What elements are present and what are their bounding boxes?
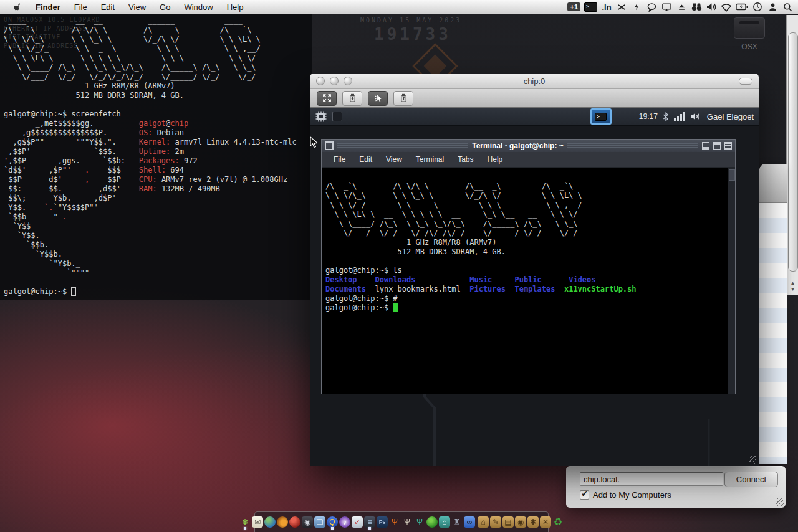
panel-username[interactable]: Gael Elegoet [707,112,754,121]
ln-menu-icon[interactable]: .ln [601,1,612,13]
scrollbar-thumb[interactable] [729,169,735,181]
pictures-folder-dock-icon[interactable]: ◉ [515,515,526,529]
chip-applications-icon[interactable] [315,110,327,123]
terminal-menu-edit[interactable]: Edit [353,153,378,166]
red-globe-dock-icon[interactable] [289,515,300,529]
close-window-button[interactable] [724,142,732,150]
software-update-dock-icon[interactable]: ✓ [352,515,363,529]
signal-strength-icon[interactable] [674,112,685,121]
remote-terminal-window[interactable]: Terminal - galgot@chip: ~ FileEditViewTe… [321,139,736,394]
home-map-dock-icon[interactable]: ⌂ [439,515,450,529]
add-to-my-computers-checkbox[interactable] [580,490,589,500]
green-orb-dock-icon[interactable] [426,515,438,529]
shade-window-button[interactable] [702,142,709,150]
volume-menu-icon[interactable] [706,1,717,13]
battery-menu-icon[interactable] [736,1,748,13]
terminal-menu-icon[interactable]: > [584,1,597,13]
system-list-dock-icon[interactable]: ≡ [364,515,375,529]
menubar-item-view[interactable]: View [122,0,153,14]
menubar-item-go[interactable]: Go [153,0,177,14]
quake2-dock-icon[interactable]: Ψ [401,515,413,529]
terminal-menu-file[interactable]: File [328,153,351,166]
desktop-volume-osx[interactable]: OSX [729,17,769,51]
toolbar-toggle-pill[interactable] [739,78,752,85]
notification-plus-one-badge[interactable]: +1 [567,1,580,13]
menubar-item-help[interactable]: Help [220,0,251,14]
maximize-window-button[interactable] [713,142,721,150]
quake3-dock-icon[interactable]: Ψ [414,515,425,529]
game-sprite-dock-icon[interactable]: ✾ [239,515,251,529]
mail-dock-icon[interactable]: ✉ [252,515,263,529]
camera-dock-icon[interactable]: ◉ [302,515,313,529]
finder-list-rows[interactable] [759,203,787,464]
remote-desktop[interactable]: > 19:17 Gael Elegoet Terminal - galgot@c… [310,108,759,466]
display-menu-icon[interactable] [661,1,672,13]
firefox-dock-icon[interactable] [277,515,288,529]
terminal-line: \/___/ \/_/ \/_/\/_/\/_/ \/_____/ \/_/ \… [325,229,735,238]
documents-folder-dock-icon[interactable]: ▤ [502,515,514,529]
window-menu-button[interactable] [325,141,334,150]
user-menu-icon[interactable] [767,1,778,13]
remote-panel: > 19:17 Gael Elegoet [310,108,759,126]
terminal-menu-terminal[interactable]: Terminal [410,153,449,166]
terminal-menu-view[interactable]: View [380,153,408,166]
menubar-item-finder[interactable]: Finder [29,0,67,14]
scrollbar-arrows[interactable]: ▲▼ [787,280,798,293]
spotlight-search-menu-icon[interactable] [782,1,793,13]
switch-arrows-menu-icon[interactable] [616,1,627,13]
bluetooth-icon[interactable] [663,112,669,121]
dialog-resize-grip[interactable] [776,498,784,506]
taskbar-terminal-button[interactable]: > [590,108,612,125]
terminal-line: \ \ \L\ \ __ \ \ \ \ \ __ \_\ \__ __ \ \… [325,210,735,219]
quake-dock-icon[interactable]: Ψ [389,515,400,529]
terminal-line: $$\; Y$b._ _,d$P' [4,194,312,203]
wifi-menu-icon[interactable] [721,1,732,13]
vnc-binoculars-dock-icon[interactable]: ∞ [464,515,475,529]
binoculars-menu-icon[interactable] [691,1,702,13]
apps-folder-dock-icon[interactable]: ✎ [490,515,501,529]
terminal-line: 512 MB DDR3 SDRAM, 4 GB. [4,91,312,100]
remote-terminal-screen[interactable]: ____ __ __ ______ ____/\ _`\ /\ \/\ \ /\… [322,168,735,394]
vnc-titlebar[interactable]: chip:0 [310,74,759,89]
remote-terminal-titlebar[interactable]: Terminal - galgot@chip: ~ [322,140,735,152]
send-click-button[interactable] [368,91,388,106]
server-address-input[interactable] [580,472,723,486]
terminal-line: ,g$$P"" """Y$$.". Kernel: armv7l Linux 4… [4,138,312,147]
browser-globe-dock-icon[interactable] [264,515,276,529]
eject-menu-icon[interactable] [676,1,687,13]
tools-folder-dock-icon[interactable]: ✕ [540,515,551,529]
remote-terminal-scrollbar[interactable] [728,168,735,394]
background-window-scrollbar[interactable]: ▲▼ [786,15,798,295]
menubar-item-edit[interactable]: Edit [94,0,122,14]
mac-terminal-window[interactable]: ON MACOSX 10.5 LEOPARD ETHERNET IP ADDRE… [0,14,312,300]
panel-screen-icon[interactable] [332,112,342,121]
home-folder-dock-icon[interactable]: ⌂ [478,515,489,529]
background-finder-window[interactable] [759,164,787,464]
robot-dock-icon[interactable]: ♜ [451,515,463,529]
resize-grip[interactable] [749,456,757,464]
trash-recycle-dock-icon[interactable]: ♻ [552,515,564,529]
menubar-item-file[interactable]: File [67,0,94,14]
screenshots-dock-icon[interactable]: ❏ [314,515,325,529]
clock-menu-icon[interactable] [752,1,763,13]
apple-menu-icon[interactable] [7,2,29,12]
scrollbar-thumb[interactable] [788,32,798,272]
fullscreen-button[interactable] [317,91,337,106]
terminal-menu-tabs[interactable]: Tabs [452,153,479,166]
titlebar-groove [567,143,698,149]
menubar-item-window[interactable]: Window [177,0,219,14]
terminal-menu-help[interactable]: Help [482,153,509,166]
panel-volume-icon[interactable] [690,112,701,121]
paste-clipboard-button[interactable] [342,91,362,106]
copy-clipboard-button[interactable] [393,91,413,106]
cursor-hollow [71,287,75,296]
panel-clock[interactable]: 19:17 [639,112,658,121]
connect-button[interactable]: Connect [724,472,778,487]
quicktime-dock-icon[interactable]: Q [327,515,338,529]
bolt-menu-icon[interactable] [631,1,642,13]
music-disc-dock-icon[interactable]: ♪ [339,515,350,529]
utilities-folder-dock-icon[interactable]: ✱ [527,515,539,529]
chat-bubble-menu-icon[interactable] [646,1,657,13]
photoshop-dock-icon[interactable]: Ps [377,515,388,529]
terminal-line: ,$$P' `$$$. Uptime: 2m [4,147,312,156]
